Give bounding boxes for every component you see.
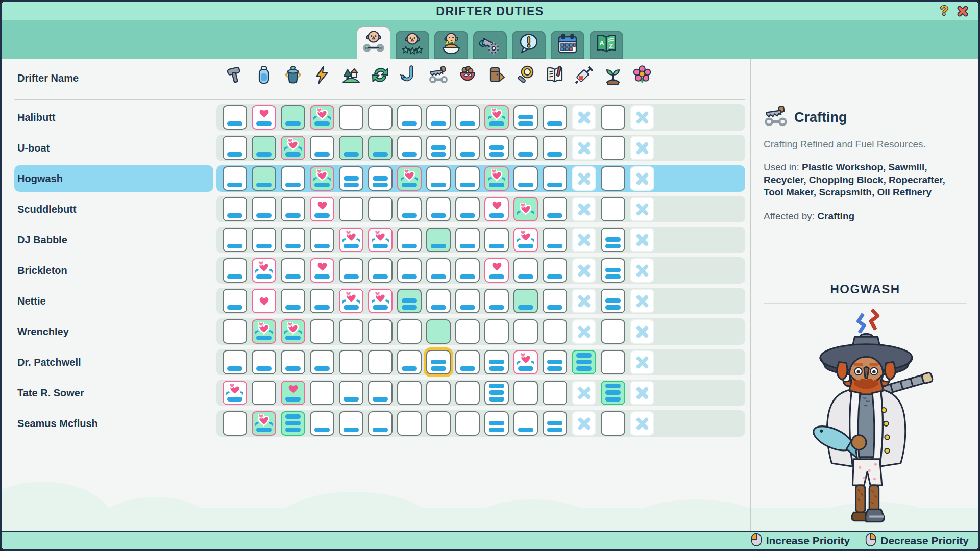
duty-cell[interactable] xyxy=(543,381,567,405)
duty-cell[interactable] xyxy=(368,411,393,436)
duty-cell[interactable] xyxy=(397,166,422,191)
duty-cell[interactable] xyxy=(572,197,596,221)
drifter-name[interactable]: Brickleton xyxy=(17,257,67,284)
duty-cell[interactable] xyxy=(543,411,567,436)
duty-column-electricity[interactable] xyxy=(310,63,334,89)
duty-cell[interactable] xyxy=(310,105,334,130)
duty-column-recycling[interactable] xyxy=(368,63,393,89)
duty-cell[interactable] xyxy=(630,258,654,283)
duty-cell[interactable] xyxy=(339,197,363,221)
duty-cell[interactable] xyxy=(572,258,596,283)
duty-cell[interactable] xyxy=(223,411,247,436)
duty-cell[interactable] xyxy=(426,105,451,130)
duty-cell[interactable] xyxy=(601,197,625,221)
duty-cell[interactable] xyxy=(281,136,305,160)
duty-cell[interactable] xyxy=(484,411,509,436)
duty-cell[interactable] xyxy=(572,319,596,344)
duty-cell[interactable] xyxy=(223,166,247,191)
duty-cell[interactable] xyxy=(223,319,247,344)
duty-cell[interactable] xyxy=(223,228,247,252)
duty-cell[interactable] xyxy=(310,381,334,405)
duty-cell[interactable] xyxy=(572,136,596,160)
duty-cell[interactable] xyxy=(630,136,654,160)
duty-cell[interactable] xyxy=(572,381,596,405)
duty-cell[interactable] xyxy=(484,166,509,191)
close-icon[interactable] xyxy=(955,4,970,20)
duty-cell[interactable] xyxy=(513,197,538,221)
duty-cell[interactable] xyxy=(223,136,247,160)
duty-cell[interactable] xyxy=(252,228,276,252)
duty-cell[interactable] xyxy=(368,105,393,130)
duty-column-hauling[interactable] xyxy=(484,63,509,89)
drifter-name[interactable]: DJ Babble xyxy=(17,227,67,253)
duty-column-medical[interactable] xyxy=(572,63,596,89)
duty-cell[interactable] xyxy=(513,166,538,191)
duty-column-education[interactable] xyxy=(543,63,567,89)
duty-cell[interactable] xyxy=(252,166,276,191)
drifter-name[interactable]: Seamus Mcflush xyxy=(17,410,98,437)
duty-cell[interactable] xyxy=(601,381,625,405)
duty-cell[interactable] xyxy=(601,258,625,283)
duty-cell[interactable] xyxy=(426,319,451,344)
tab-schedule[interactable] xyxy=(551,31,584,59)
duty-cell[interactable] xyxy=(543,350,567,374)
duty-cell[interactable] xyxy=(281,381,305,405)
duty-cell[interactable] xyxy=(630,105,654,130)
duty-column-fishing[interactable] xyxy=(397,63,422,89)
duty-cell[interactable] xyxy=(281,411,305,436)
duty-cell[interactable] xyxy=(543,136,567,160)
duty-cell[interactable] xyxy=(368,289,393,313)
duty-cell[interactable] xyxy=(513,289,538,313)
duty-cell[interactable] xyxy=(339,166,363,191)
duty-cell[interactable] xyxy=(397,289,422,313)
duty-cell[interactable] xyxy=(572,350,596,374)
duty-cell[interactable] xyxy=(543,166,567,191)
duty-cell[interactable] xyxy=(455,166,480,191)
duty-column-farming[interactable] xyxy=(601,63,625,89)
duty-cell[interactable] xyxy=(223,350,247,374)
duty-cell[interactable] xyxy=(426,258,451,283)
duty-cell[interactable] xyxy=(223,105,247,130)
drifter-name[interactable]: Dr. Patchwell xyxy=(17,349,81,375)
duty-cell[interactable] xyxy=(426,228,451,252)
duty-cell[interactable] xyxy=(484,350,509,374)
drifter-name[interactable]: Hogwash xyxy=(17,165,63,192)
duty-cell[interactable] xyxy=(368,350,393,374)
duty-cell[interactable] xyxy=(223,289,247,313)
tab-needs[interactable] xyxy=(434,31,468,59)
duty-cell[interactable] xyxy=(281,197,305,221)
tab-glossary[interactable]: AZ xyxy=(590,31,623,59)
duty-cell[interactable] xyxy=(397,350,422,374)
duty-cell[interactable] xyxy=(368,319,393,344)
duty-cell[interactable] xyxy=(426,136,451,160)
duty-cell[interactable] xyxy=(513,105,538,130)
duty-cell[interactable] xyxy=(310,228,334,252)
duty-cell[interactable] xyxy=(455,411,480,436)
duty-cell[interactable] xyxy=(368,197,393,221)
duty-cell[interactable] xyxy=(310,197,334,221)
duty-cell[interactable] xyxy=(455,228,480,252)
duty-cell[interactable] xyxy=(630,350,654,374)
drifter-name[interactable]: Wrenchley xyxy=(17,318,69,345)
duty-cell[interactable] xyxy=(455,197,480,221)
duty-cell[interactable] xyxy=(368,136,393,160)
duty-cell[interactable] xyxy=(630,289,654,313)
duty-cell[interactable] xyxy=(455,289,480,313)
duty-cell[interactable] xyxy=(484,136,509,160)
duty-cell[interactable] xyxy=(368,166,393,191)
duty-cell[interactable] xyxy=(601,166,625,191)
duty-column-town[interactable] xyxy=(339,63,363,89)
duty-cell[interactable] xyxy=(223,258,247,283)
duty-cell[interactable] xyxy=(455,136,480,160)
duty-cell[interactable] xyxy=(455,258,480,283)
tab-production[interactable] xyxy=(473,31,507,59)
duty-column-gardening[interactable] xyxy=(630,63,654,89)
duty-cell[interactable] xyxy=(281,258,305,283)
duty-cell[interactable] xyxy=(397,105,422,130)
duty-cell[interactable] xyxy=(601,228,625,252)
duty-cell[interactable] xyxy=(368,258,393,283)
duty-cell[interactable] xyxy=(426,289,451,313)
drifter-name[interactable]: U-boat xyxy=(17,135,50,161)
duty-cell[interactable] xyxy=(426,381,451,405)
duty-column-research[interactable] xyxy=(513,63,538,89)
